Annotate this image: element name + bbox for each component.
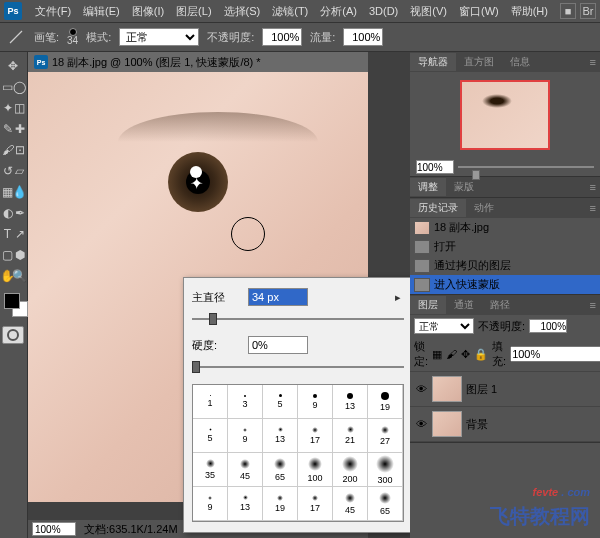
history-item[interactable]: 进入快速蒙版: [410, 275, 600, 294]
layer-visibility-icon[interactable]: 👁: [414, 382, 428, 396]
eyedropper-tool[interactable]: ✎: [2, 119, 13, 139]
menu-filter[interactable]: 滤镜(T): [267, 2, 313, 21]
layer-opacity-input[interactable]: [529, 319, 567, 333]
color-swatches[interactable]: [2, 291, 25, 319]
layer-thumbnail[interactable]: [432, 411, 462, 437]
heal-tool[interactable]: ✚: [14, 119, 25, 139]
brush-preset[interactable]: 13: [228, 487, 263, 521]
menu-image[interactable]: 图像(I): [127, 2, 169, 21]
hardness-slider[interactable]: [192, 360, 404, 374]
menu-window[interactable]: 窗口(W): [454, 2, 504, 21]
menu-select[interactable]: 选择(S): [219, 2, 266, 21]
tab-paths[interactable]: 路径: [482, 296, 518, 314]
tab-navigator[interactable]: 导航器: [410, 53, 456, 71]
screen-mode-button[interactable]: ■: [560, 3, 576, 19]
tab-info[interactable]: 信息: [502, 53, 538, 71]
blur-tool[interactable]: 💧: [14, 182, 25, 202]
brush-preset[interactable]: 45: [333, 487, 368, 521]
panel-menu-icon[interactable]: ≡: [586, 202, 600, 214]
diameter-slider[interactable]: [192, 312, 404, 326]
document-tab[interactable]: Ps 18 副本.jpg @ 100% (图层 1, 快速蒙版/8) *: [28, 52, 368, 72]
brush-preset[interactable]: 1: [193, 385, 228, 419]
crop-tool[interactable]: ◫: [14, 98, 25, 118]
brush-preset[interactable]: 9: [193, 487, 228, 521]
lock-position-icon[interactable]: ✥: [461, 348, 470, 361]
brush-preset[interactable]: 5: [193, 419, 228, 453]
brush-preset[interactable]: 3: [228, 385, 263, 419]
brush-preset[interactable]: 300: [368, 453, 403, 487]
hardness-input[interactable]: [248, 336, 308, 354]
history-item[interactable]: 通过拷贝的图层: [410, 256, 600, 275]
lock-all-icon[interactable]: 🔒: [474, 348, 488, 361]
type-tool[interactable]: T: [2, 224, 13, 244]
brush-preset[interactable]: 19: [368, 385, 403, 419]
diameter-input[interactable]: [248, 288, 308, 306]
wand-tool[interactable]: ✦: [2, 98, 13, 118]
brush-preset[interactable]: 65: [263, 453, 298, 487]
menu-view[interactable]: 视图(V): [405, 2, 452, 21]
menu-edit[interactable]: 编辑(E): [78, 2, 125, 21]
brush-preset[interactable]: 19: [263, 487, 298, 521]
tab-layers[interactable]: 图层: [410, 296, 446, 314]
path-tool[interactable]: ↗: [14, 224, 25, 244]
layer-thumbnail[interactable]: [432, 376, 462, 402]
stamp-tool[interactable]: ⊡: [14, 140, 25, 160]
dodge-tool[interactable]: ◐: [2, 203, 13, 223]
pen-tool[interactable]: ✒: [14, 203, 25, 223]
brush-tool[interactable]: 🖌: [2, 140, 13, 160]
history-brush-tool[interactable]: ↺: [2, 161, 13, 181]
layer-visibility-icon[interactable]: 👁: [414, 417, 428, 431]
marquee-tool[interactable]: ▭: [2, 77, 13, 97]
history-item[interactable]: 打开: [410, 237, 600, 256]
brush-preset[interactable]: 13: [333, 385, 368, 419]
tab-masks[interactable]: 蒙版: [446, 178, 482, 196]
navigator-thumbnail[interactable]: [460, 80, 550, 150]
brush-preset[interactable]: 21: [333, 419, 368, 453]
brush-preset[interactable]: 9: [228, 419, 263, 453]
lasso-tool[interactable]: ◯: [14, 77, 25, 97]
flyout-button[interactable]: ▸: [392, 291, 404, 303]
tab-history[interactable]: 历史记录: [410, 199, 466, 217]
flow-input[interactable]: [343, 28, 383, 46]
brush-preset[interactable]: 65: [368, 487, 403, 521]
menu-3d[interactable]: 3D(D): [364, 3, 403, 19]
tab-histogram[interactable]: 直方图: [456, 53, 502, 71]
menu-file[interactable]: 文件(F): [30, 2, 76, 21]
zoom-tool[interactable]: 🔍: [14, 266, 25, 286]
lock-transparency-icon[interactable]: ▦: [432, 348, 442, 361]
nav-zoom-input[interactable]: [416, 160, 454, 174]
history-item[interactable]: 18 副本.jpg: [410, 218, 600, 237]
quickmask-button[interactable]: [2, 326, 24, 344]
brush-preset[interactable]: 200: [333, 453, 368, 487]
menu-layer[interactable]: 图层(L): [171, 2, 216, 21]
blend-mode-select[interactable]: 正常: [119, 28, 199, 46]
tab-adjustments[interactable]: 调整: [410, 178, 446, 196]
layer-row[interactable]: 👁背景: [410, 407, 600, 442]
shape-tool[interactable]: ▢: [2, 245, 13, 265]
panel-menu-icon[interactable]: ≡: [586, 299, 600, 311]
bridge-button[interactable]: Br: [580, 3, 596, 19]
brush-preset[interactable]: 45: [228, 453, 263, 487]
brush-preset[interactable]: 13: [263, 419, 298, 453]
zoom-input[interactable]: [32, 522, 76, 536]
brush-preset[interactable]: 9: [298, 385, 333, 419]
panel-menu-icon[interactable]: ≡: [586, 181, 600, 193]
menu-analysis[interactable]: 分析(A): [315, 2, 362, 21]
opacity-input[interactable]: [262, 28, 302, 46]
fill-input[interactable]: [510, 346, 600, 362]
panel-menu-icon[interactable]: ≡: [586, 56, 600, 68]
fg-color[interactable]: [4, 293, 20, 309]
eraser-tool[interactable]: ▱: [14, 161, 25, 181]
brush-preset[interactable]: 5: [263, 385, 298, 419]
brush-preset[interactable]: 17: [298, 419, 333, 453]
nav-zoom-slider[interactable]: [458, 166, 594, 168]
brush-preset-picker[interactable]: 34: [67, 28, 78, 46]
layer-blend-select[interactable]: 正常: [414, 318, 474, 334]
move-tool[interactable]: ✥: [2, 56, 24, 76]
menu-help[interactable]: 帮助(H): [506, 2, 553, 21]
tab-channels[interactable]: 通道: [446, 296, 482, 314]
tab-actions[interactable]: 动作: [466, 199, 502, 217]
lock-pixels-icon[interactable]: 🖌: [446, 348, 457, 360]
brush-preset[interactable]: 35: [193, 453, 228, 487]
brush-preset[interactable]: 27: [368, 419, 403, 453]
